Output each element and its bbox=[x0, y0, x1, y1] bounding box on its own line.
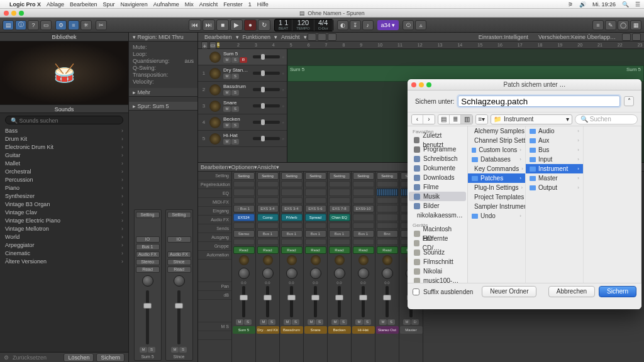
track-m-button[interactable]: M bbox=[223, 57, 231, 63]
strip-output[interactable]: Bus 1 bbox=[305, 230, 326, 238]
new-folder-button[interactable]: Neuer Ordner bbox=[482, 286, 536, 297]
browser-row[interactable]: Bus› bbox=[526, 145, 583, 155]
browser-row[interactable]: Output› bbox=[526, 183, 583, 192]
window-controls[interactable] bbox=[4, 11, 24, 16]
strip-audiofx[interactable]: Spread bbox=[305, 214, 326, 221]
browser-row[interactable]: Databases› bbox=[468, 155, 525, 164]
browser-row[interactable]: Master› bbox=[526, 173, 583, 183]
strip-m-button[interactable]: M bbox=[284, 319, 291, 325]
browser-row[interactable]: Alchemy Samples› bbox=[468, 126, 525, 136]
strip2-pan-knob[interactable] bbox=[174, 275, 185, 287]
track-s-button[interactable]: S bbox=[231, 74, 239, 79]
strip-pan-knob[interactable] bbox=[334, 268, 345, 279]
strip1-audiofx[interactable]: Audio FX bbox=[136, 251, 160, 258]
library-item[interactable]: Piano› bbox=[0, 184, 128, 192]
strip-audiofx[interactable]: EXS24 bbox=[233, 214, 255, 221]
strip-eq[interactable] bbox=[281, 189, 303, 196]
strip-audiofx[interactable]: Chan EQ bbox=[329, 214, 350, 221]
strip2-mute[interactable]: M bbox=[171, 347, 179, 353]
smart-controls-toggle[interactable]: ⚙ bbox=[55, 20, 67, 30]
ruler-tick[interactable]: 21 bbox=[597, 43, 602, 47]
column-1[interactable]: Alchemy Samples›Channel Strip Settings›C… bbox=[468, 126, 526, 283]
autopunch-button[interactable]: ↧ bbox=[350, 20, 361, 30]
library-item[interactable]: Vintage Clav› bbox=[0, 209, 128, 217]
strip-m-button[interactable]: M bbox=[355, 319, 363, 325]
library-save-button[interactable]: Sichern bbox=[96, 353, 125, 362]
strip-fader[interactable] bbox=[314, 286, 317, 317]
rewind-button[interactable]: ⏮ bbox=[189, 19, 201, 31]
track-m-button[interactable]: M bbox=[223, 74, 231, 79]
strip-input[interactable]: EXS 3-4 bbox=[257, 205, 279, 212]
sidebar-item[interactable]: Filmschnitt bbox=[409, 257, 466, 266]
library-item[interactable]: Drum Kit› bbox=[0, 135, 128, 143]
strip-sends[interactable] bbox=[233, 222, 255, 229]
library-item[interactable]: Vintage Mellotron› bbox=[0, 225, 128, 233]
menu-ansicht[interactable]: Ansicht bbox=[199, 1, 218, 8]
sidebar-item[interactable]: Downloads bbox=[409, 173, 466, 182]
duplicate-track-button[interactable]: ▭ bbox=[209, 41, 216, 49]
strip-fader[interactable] bbox=[338, 286, 341, 317]
cycle-button[interactable]: ↻ bbox=[258, 19, 270, 31]
strip-fader[interactable] bbox=[266, 286, 269, 317]
strip-eq[interactable] bbox=[329, 189, 350, 196]
strip-sends[interactable] bbox=[281, 222, 303, 229]
sidebar-item[interactable]: Bilder bbox=[409, 201, 466, 211]
strip-d-button[interactable]: D bbox=[411, 319, 419, 325]
strip-s-button[interactable]: S bbox=[292, 319, 299, 325]
strip-midifx[interactable] bbox=[257, 197, 279, 204]
track-volume-slider[interactable] bbox=[253, 137, 280, 140]
browser-row[interactable]: Project Templates› bbox=[468, 192, 525, 202]
ruler-tick[interactable]: 22 bbox=[618, 43, 623, 47]
strip-automation[interactable]: Read bbox=[233, 246, 255, 254]
lcd-sig[interactable]: 4/4 bbox=[318, 19, 328, 26]
browser-row[interactable]: Patches› bbox=[468, 173, 525, 183]
track-r-button[interactable]: R bbox=[240, 57, 247, 63]
strip-pan-knob[interactable] bbox=[238, 268, 250, 279]
mixer-view-menu[interactable]: Ansicht bbox=[257, 164, 276, 170]
channel-strip[interactable]: Setting EXS 3-4 Comp Bus 1 Read 0.0 MS D… bbox=[256, 172, 280, 362]
strip-name[interactable]: Becken bbox=[328, 326, 351, 334]
ruler-tick[interactable]: 6 bbox=[308, 43, 310, 47]
menu-bearbeiten[interactable]: Bearbeiten bbox=[70, 1, 97, 8]
ruler-tick[interactable]: 3 bbox=[255, 43, 257, 47]
track-m-button[interactable]: M bbox=[223, 123, 231, 128]
replace-button[interactable]: ◐ bbox=[337, 20, 348, 30]
editors-toggle[interactable]: ✳ bbox=[80, 20, 92, 30]
add-track-button[interactable]: ＋ bbox=[201, 41, 208, 49]
strip1-pan-knob[interactable] bbox=[142, 275, 153, 287]
play-button[interactable]: ▶ bbox=[230, 19, 243, 31]
snap-value[interactable]: Intelligent bbox=[504, 34, 528, 40]
strip-output[interactable]: Stereo bbox=[233, 230, 255, 238]
strip-midifx[interactable] bbox=[281, 197, 303, 204]
strip-eq[interactable] bbox=[305, 189, 326, 196]
strip-m-button[interactable]: M bbox=[331, 319, 339, 325]
automation-button[interactable] bbox=[308, 33, 316, 41]
strip-setting[interactable]: Setting bbox=[233, 172, 255, 180]
path-dropdown[interactable]: 📁Instrument▾ bbox=[491, 114, 572, 124]
ruler-tick[interactable]: 7 bbox=[325, 43, 328, 47]
inspector-strip-2[interactable]: Setting IO Audio FX Stnce Read MS Stnce bbox=[165, 209, 193, 361]
strip-group[interactable] bbox=[329, 239, 350, 245]
strip-eq[interactable] bbox=[353, 189, 374, 196]
strip-midifx[interactable] bbox=[233, 197, 255, 204]
scissors-tool[interactable]: ✂ bbox=[96, 20, 107, 30]
library-item[interactable]: World› bbox=[0, 233, 128, 241]
strip2-audiofx[interactable]: Audio FX bbox=[167, 251, 191, 258]
ruler-tick[interactable]: 18 bbox=[538, 43, 543, 47]
strip-s-button[interactable]: S bbox=[364, 319, 371, 325]
library-item[interactable]: Mallet› bbox=[0, 160, 128, 168]
sidebar-item[interactable]: Musik bbox=[409, 192, 466, 201]
ruler-tick[interactable]: 11 bbox=[397, 43, 402, 47]
strip-sends[interactable] bbox=[329, 222, 350, 229]
ruler-tick[interactable]: 17 bbox=[518, 43, 523, 47]
track-volume-slider[interactable] bbox=[253, 72, 280, 75]
strip-sends[interactable] bbox=[305, 222, 326, 229]
strip-fader[interactable] bbox=[362, 286, 365, 317]
strip-s-button[interactable]: S bbox=[316, 319, 323, 325]
browser-row[interactable]: Input› bbox=[526, 155, 583, 164]
zoom-window[interactable] bbox=[19, 11, 24, 16]
strip1-output[interactable]: Stereo bbox=[136, 259, 160, 265]
strip-name[interactable]: Bassdrum bbox=[280, 326, 303, 334]
strip-setting[interactable]: Setting bbox=[281, 172, 303, 180]
strip-sends[interactable] bbox=[353, 222, 374, 229]
